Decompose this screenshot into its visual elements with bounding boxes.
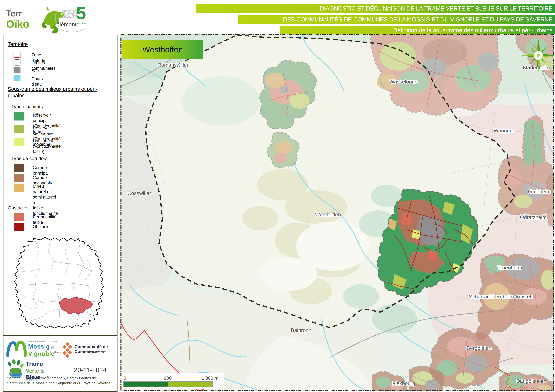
place-label: Kirchheim bbox=[528, 189, 551, 194]
place-label: Wasselonne bbox=[389, 79, 417, 85]
place-label: Traenheim bbox=[498, 265, 522, 271]
saverne-line2: du Pays de Saverne bbox=[74, 350, 106, 354]
pays-de-saverne-logo: Communauté de Communes du Pays de Savern… bbox=[60, 342, 116, 359]
place-label: Westhoffen bbox=[315, 212, 341, 217]
scale-bar: 0 900 1 800 m bbox=[122, 373, 224, 389]
scale-end: 1 800 m bbox=[201, 376, 219, 381]
partners-panel: communauté de communes Mossig et Vignobl… bbox=[3, 337, 117, 392]
title-banner-1: DIAGNOSTIC ET DÉCLINAISON DE LA TRAME VE… bbox=[196, 4, 555, 13]
place-label: Romanswiller bbox=[158, 62, 189, 68]
mossig-vignoble-logo: communauté de communes Mossig et Vignobl… bbox=[6, 339, 59, 358]
mossig-m-icon bbox=[6, 339, 27, 357]
main-map[interactable]: Romanswiller Wasselonne Marlenheim Wange… bbox=[120, 34, 554, 391]
place-label: Marlenheim bbox=[523, 64, 550, 71]
title-banner-2: DES COMMUNAUTÉS DE COMMUNES DE LA MOSSIG… bbox=[238, 15, 555, 24]
map-title-box: Westhoffen bbox=[122, 40, 203, 59]
corridor-principal-swatch bbox=[14, 164, 24, 172]
bati-swatch bbox=[14, 67, 21, 73]
title-line-2: DES COMMUNAUTÉS DE COMMUNES DE LA MOSSIG… bbox=[283, 16, 553, 23]
element-cinq-logo: 1234 5 élémentcinq bbox=[54, 5, 94, 32]
legend-soustrame-title: Sous-trame des milieux urbains et péri-u… bbox=[8, 86, 106, 99]
map-canvas[interactable]: Romanswiller Wasselonne Marlenheim Wange… bbox=[120, 34, 554, 391]
milieu-naturel-swatch bbox=[14, 184, 24, 192]
cours-eau-swatch bbox=[14, 75, 21, 81]
legend-corridors-title: Type de corridors bbox=[11, 156, 48, 161]
place-label: Flexbourg bbox=[392, 380, 415, 386]
place-label: Bergbieten bbox=[467, 345, 492, 351]
scale-start: 0 bbox=[124, 376, 126, 381]
reservoir-principal-swatch bbox=[14, 113, 24, 121]
saverne-diamonds-icon bbox=[60, 342, 74, 359]
subtitle-line: Définition de la sous-trame des milieux … bbox=[393, 27, 553, 34]
milieu-naturel-label: Milieu naturel ou semi naturel à faible … bbox=[33, 184, 58, 216]
place-label: Odratzheim bbox=[520, 214, 547, 220]
zone-etude-swatch bbox=[14, 52, 21, 58]
obstacle-swatch bbox=[14, 223, 24, 231]
scale-middle: 900 bbox=[164, 376, 172, 381]
corridor-secondaire-swatch bbox=[14, 174, 24, 182]
title-line-1: DIAGNOSTIC ET DÉCLINAISON DE LA TRAME VE… bbox=[320, 5, 553, 12]
corridor-principal-label: Corridor principal bbox=[33, 165, 49, 176]
place-label: Scharrachbergheim-Irmstett bbox=[469, 294, 533, 299]
legend-obstacles-title: Obstacles bbox=[8, 205, 29, 211]
place-label: Balbronn bbox=[291, 327, 311, 333]
legend-territoire-title: Territoire bbox=[8, 41, 28, 47]
element5-wordmark: élémentcinq bbox=[57, 21, 87, 28]
permeabilite-swatch bbox=[14, 213, 24, 221]
habitat-relais-swatch bbox=[14, 138, 24, 146]
bati-label: Bâti bbox=[31, 68, 39, 73]
locator-inset-map bbox=[7, 235, 113, 332]
mossig-name: Mossig et Vignoble bbox=[28, 343, 59, 357]
limites-swatch bbox=[14, 59, 21, 65]
legend-habitats-title: Type d'habitats bbox=[11, 104, 43, 109]
terroiko-logo-text2: Oïko bbox=[6, 18, 29, 30]
tvb-line1: Trame bbox=[26, 360, 43, 367]
sources-text: Sources : IGN, TerrOïko, Elément 5, Comm… bbox=[7, 376, 112, 386]
mossig-small-text: communauté de communes bbox=[28, 340, 57, 343]
title-banner-3: Définition de la sous-trame des milieux … bbox=[280, 26, 555, 35]
map-date: 20-11-2024 bbox=[65, 366, 116, 374]
reservoir-secondaire-swatch bbox=[14, 125, 24, 133]
obstacle-label: Obstacle bbox=[33, 224, 50, 229]
element5-five: 5 bbox=[76, 3, 86, 23]
permeabilite-label: Perméabilité faible bbox=[33, 214, 56, 225]
territory-outline bbox=[15, 237, 104, 328]
element5-digits: 1234 bbox=[60, 7, 75, 21]
place-label: Wangen bbox=[494, 128, 513, 134]
terroiko-logo-text: Terr bbox=[6, 8, 22, 19]
habitat-relais-label: Habitat relais (Fonctionnalité faible) bbox=[33, 138, 61, 155]
place-label: Cosswiller bbox=[127, 190, 151, 196]
place-label: Dangolsheim bbox=[516, 378, 546, 384]
legend-panel: Territoire Zone d'étude Limites communal… bbox=[3, 35, 117, 336]
cours-eau-label: Cours d'eau bbox=[31, 76, 43, 87]
map-title-text: Westhoffen bbox=[142, 45, 183, 54]
